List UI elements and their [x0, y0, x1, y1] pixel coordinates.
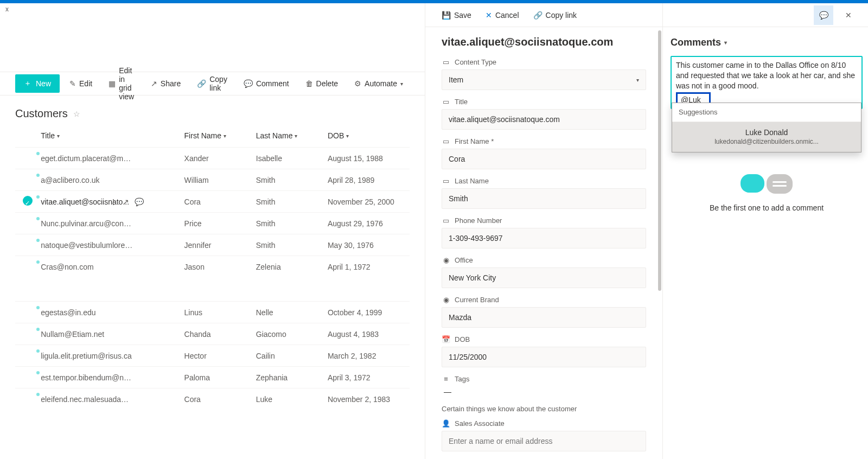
- title-input[interactable]: [442, 109, 646, 130]
- sales-associate-input[interactable]: [442, 431, 646, 451]
- cell-last-name: Smith: [256, 197, 328, 206]
- comment-icon: 💬: [819, 11, 828, 20]
- new-comment-box[interactable]: This customer came in to the Dallas Offi…: [671, 56, 863, 109]
- table-row[interactable]: a@aclibero.co.ukWilliamSmithApril 28, 19…: [15, 169, 410, 190]
- cell-title[interactable]: egestas@in.edu: [41, 308, 184, 317]
- new-button[interactable]: ＋ New: [15, 74, 60, 93]
- col-first-name[interactable]: First Name ▾: [184, 131, 256, 140]
- comment-icon[interactable]: 💬: [135, 197, 144, 206]
- copy-link-button[interactable]: 🔗 Copy link: [190, 72, 234, 95]
- cell-last-name: Smith: [256, 176, 328, 184]
- edit-button[interactable]: ✎ Edit: [63, 76, 99, 91]
- col-title[interactable]: Title ▾: [41, 131, 184, 140]
- text-icon: ▭: [442, 216, 450, 225]
- last-name-input[interactable]: [442, 188, 646, 209]
- cell-title[interactable]: eget.dictum.placerat@mattis.ca: [41, 154, 184, 163]
- col-dob[interactable]: DOB ▾: [328, 131, 410, 140]
- comment-button[interactable]: 💬 Comment: [237, 76, 296, 91]
- field-label: Content Type: [455, 58, 496, 66]
- comments-title[interactable]: Comments ▾: [671, 37, 863, 48]
- table-row[interactable]: vitae.aliquet@sociisnato...⋮↗💬CoraSmithN…: [15, 190, 410, 212]
- cell-title[interactable]: a@aclibero.co.uk: [41, 176, 184, 184]
- field-first-name: ▭First Name *: [442, 137, 646, 169]
- comments-toolbar: 💬 ✕: [663, 3, 868, 27]
- cell-title[interactable]: natoque@vestibulumlorem.edu: [41, 241, 184, 250]
- cell-last-name: Nelle: [256, 308, 328, 317]
- list-pane: x ＋ New ✎ Edit ▦ Edit in grid view ↗ Sha…: [0, 3, 425, 459]
- field-office: ◉Office: [442, 256, 646, 288]
- favorite-star-icon[interactable]: ☆: [73, 110, 80, 118]
- table-row[interactable]: est.tempor.bibendum@neccursusa.comPaloma…: [15, 366, 410, 388]
- detail-body: vitae.aliquet@sociisnatoque.com ▭Content…: [425, 27, 662, 459]
- share-icon[interactable]: ↗: [123, 197, 129, 206]
- field-phone: ▭Phone Number: [442, 216, 646, 248]
- office-input[interactable]: [442, 267, 646, 288]
- cell-last-name: Giacomo: [256, 330, 328, 339]
- col-last-name[interactable]: Last Name ▾: [256, 131, 328, 140]
- save-button[interactable]: 💾 Save: [437, 8, 476, 23]
- table-row[interactable]: ligula.elit.pretium@risus.caHectorCailin…: [15, 345, 410, 366]
- table-row[interactable]: Nunc.pulvinar.arcu@conubianostraper.eduP…: [15, 212, 410, 234]
- cell-first-name: Jennifer: [184, 241, 256, 250]
- field-last-name: ▭Last Name: [442, 177, 646, 209]
- brand-input[interactable]: [442, 307, 646, 328]
- copy-link-label: Copy link: [546, 11, 577, 20]
- detail-scrollbar[interactable]: [657, 30, 661, 448]
- close-panel-button[interactable]: ✕: [839, 5, 858, 25]
- suggestion-name: Luke Donald: [680, 127, 853, 138]
- cell-title[interactable]: Cras@non.com: [41, 263, 184, 271]
- field-brand: ◉Current Brand: [442, 296, 646, 328]
- cell-title[interactable]: eleifend.nec.malesuada@atrisus.ca: [41, 395, 184, 404]
- cell-dob: August 29, 1976: [328, 219, 410, 228]
- save-icon: 💾: [442, 11, 451, 20]
- save-label: Save: [454, 11, 471, 20]
- table-row[interactable]: egestas@in.eduLinusNelleOctober 4, 1999: [15, 301, 410, 323]
- comment-icon: 💬: [244, 79, 253, 88]
- tags-value[interactable]: —: [442, 386, 646, 397]
- table-row[interactable]: Cras@non.comJasonZeleniaApril 1, 1972: [15, 256, 410, 277]
- table-row[interactable]: Nullam@Etiam.netChandaGiacomoAugust 4, 1…: [15, 323, 410, 345]
- cell-dob: April 3, 1972: [328, 373, 410, 382]
- table-row[interactable]: eget.dictum.placerat@mattis.caXanderIsab…: [15, 147, 410, 169]
- table-row[interactable]: eleifend.nec.malesuada@atrisus.caCoraLuk…: [15, 388, 410, 410]
- comment-label: Comment: [256, 79, 289, 88]
- choice-icon: ◉: [442, 256, 450, 264]
- table-row[interactable]: natoque@vestibulumlorem.eduJenniferSmith…: [15, 234, 410, 256]
- chevron-down-icon: ▾: [346, 133, 349, 139]
- close-icon: ✕: [845, 11, 852, 20]
- delete-button[interactable]: 🗑 Delete: [299, 76, 344, 91]
- cell-dob: November 2, 1983: [328, 395, 410, 404]
- field-label: Title: [455, 98, 468, 106]
- cell-title[interactable]: ligula.elit.pretium@risus.ca: [41, 352, 184, 360]
- chevron-down-icon: ▾: [57, 133, 60, 139]
- cell-last-name: Luke: [256, 395, 328, 404]
- field-label: Current Brand: [455, 296, 499, 304]
- col-last-label: Last Name: [256, 131, 293, 140]
- share-icon: ↗: [151, 79, 157, 88]
- cell-title[interactable]: vitae.aliquet@sociisnato...⋮↗💬: [41, 197, 184, 206]
- grid-icon: ▦: [108, 79, 116, 88]
- more-icon[interactable]: ⋮: [110, 197, 117, 206]
- automate-button[interactable]: ⚙ Automate ▾: [348, 76, 410, 91]
- choice-icon: ◉: [442, 296, 450, 304]
- copy-link-label: Copy link: [209, 75, 227, 92]
- cell-title[interactable]: Nunc.pulvinar.arcu@conubianostraper.edu: [41, 219, 184, 228]
- content-type-icon: ▭: [442, 58, 450, 66]
- comments-toggle-button[interactable]: 💬: [814, 5, 833, 25]
- dob-input[interactable]: [442, 347, 646, 367]
- first-name-input[interactable]: [442, 149, 646, 169]
- detail-title: vitae.aliquet@sociisnatoque.com: [442, 36, 646, 48]
- cell-dob: November 25, 2000: [328, 197, 410, 206]
- content-type-value: Item: [449, 75, 463, 84]
- suggestion-item[interactable]: Luke Donald lukedonald@citizenbuilders.o…: [672, 122, 861, 152]
- cell-first-name: Cora: [184, 395, 256, 404]
- detail-copy-link-button[interactable]: 🔗 Copy link: [529, 8, 582, 23]
- cell-title[interactable]: est.tempor.bibendum@neccursusa.com: [41, 373, 184, 382]
- content-type-select[interactable]: Item ▾: [442, 69, 646, 90]
- phone-input[interactable]: [442, 228, 646, 248]
- cell-title[interactable]: Nullam@Etiam.net: [41, 330, 184, 339]
- cancel-button[interactable]: ✕ Cancel: [481, 8, 524, 23]
- tags-icon: ≡: [442, 375, 450, 383]
- field-label: First Name *: [455, 137, 494, 145]
- share-button[interactable]: ↗ Share: [144, 76, 187, 91]
